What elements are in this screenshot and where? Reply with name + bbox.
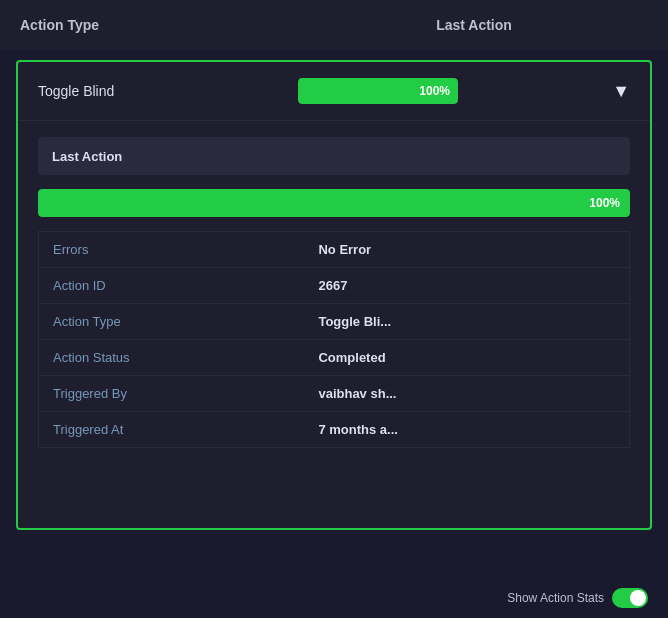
detail-progress-fill (38, 189, 630, 217)
detail-row-value: Completed (304, 340, 629, 376)
detail-table-row: Triggered Byvaibhav sh... (39, 376, 630, 412)
footer-label: Show Action Stats (507, 591, 604, 605)
detail-row-label: Action ID (39, 268, 305, 304)
details-section-title: Last Action (52, 149, 122, 164)
detail-row-value: vaibhav sh... (304, 376, 629, 412)
detail-row-label: Action Status (39, 340, 305, 376)
detail-row-label: Action Type (39, 304, 305, 340)
chevron-down-button[interactable]: ▼ (612, 81, 630, 102)
details-header: Last Action (38, 137, 630, 175)
detail-row-label: Triggered At (39, 412, 305, 448)
footer-row: Show Action Stats (487, 578, 668, 618)
detail-table-row: Action TypeToggle Bli... (39, 304, 630, 340)
detail-progress-label: 100% (589, 196, 620, 210)
detail-row-value: Toggle Bli... (304, 304, 629, 340)
card-top-row: Toggle Blind 100% ▼ (18, 62, 650, 121)
detail-progress-wrap: 100% (38, 189, 630, 217)
detail-table-row: Action StatusCompleted (39, 340, 630, 376)
detail-table-row: Action ID2667 (39, 268, 630, 304)
card-bottom-spacer (18, 468, 650, 528)
header-action-type: Action Type (20, 17, 300, 33)
detail-row-label: Errors (39, 232, 305, 268)
detail-table: ErrorsNo ErrorAction ID2667Action TypeTo… (38, 231, 630, 448)
action-card: Toggle Blind 100% ▼ Last Action 100% (16, 60, 652, 530)
main-content: Toggle Blind 100% ▼ Last Action 100% (0, 50, 668, 546)
header-last-action: Last Action (300, 17, 648, 33)
detail-row-label: Triggered By (39, 376, 305, 412)
detail-table-row: ErrorsNo Error (39, 232, 630, 268)
detail-table-row: Triggered At7 months a... (39, 412, 630, 448)
header-row: Action Type Last Action (0, 0, 668, 50)
details-panel: Last Action 100% ErrorsNo ErrorAction ID… (18, 121, 650, 468)
detail-row-value: 7 months a... (304, 412, 629, 448)
progress-bar-label: 100% (419, 84, 450, 98)
detail-row-value: 2667 (304, 268, 629, 304)
toggle-switch[interactable] (612, 588, 648, 608)
detail-row-value: No Error (304, 232, 629, 268)
card-action-type-value: Toggle Blind (38, 83, 298, 99)
progress-bar-wrap: 100% (298, 78, 458, 104)
progress-container: 100% (298, 78, 592, 104)
